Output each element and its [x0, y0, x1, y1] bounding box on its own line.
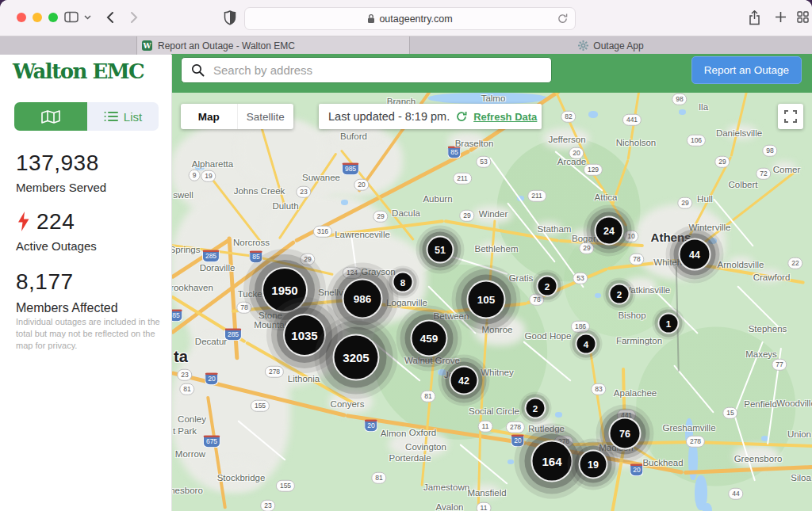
address-search-box[interactable] [181, 57, 552, 83]
outage-cluster-marker[interactable]: 1950 [263, 269, 306, 311]
map-label: Stockbridge [217, 473, 266, 482]
refresh-data-link[interactable]: Refresh Data [473, 111, 537, 123]
outage-cluster-marker[interactable]: 2 [538, 277, 557, 296]
map-label: Doraville [200, 263, 236, 273]
outage-cluster-marker[interactable]: 986 [344, 280, 381, 318]
map-label: Braselton [455, 139, 494, 148]
road [489, 157, 584, 288]
outage-cluster-marker[interactable]: 2 [527, 399, 545, 418]
outage-cluster-marker[interactable]: 51 [428, 238, 453, 262]
outage-cluster-marker[interactable]: 1035 [285, 315, 324, 355]
back-icon[interactable] [106, 11, 114, 24]
route-shield: 98 [762, 145, 777, 157]
route-shield: 44 [728, 488, 743, 500]
lightning-icon [17, 211, 30, 235]
map-label: Ila [699, 102, 708, 112]
outage-cluster-marker[interactable]: 42 [451, 368, 477, 394]
outage-cluster-marker[interactable]: 3205 [335, 336, 378, 379]
route-shield: 98 [672, 93, 687, 105]
route-shield: 11 [477, 502, 492, 511]
road [589, 348, 607, 451]
route-shield: 23 [296, 186, 311, 198]
map-label: Comer [773, 165, 801, 174]
minimize-window-button[interactable] [33, 13, 42, 22]
map-label: Stone [259, 311, 282, 320]
url-field[interactable]: outageentry.com [244, 7, 576, 30]
map-label: Danielsville [716, 128, 762, 138]
route-shield: 20 [364, 419, 377, 432]
map-view-button[interactable] [14, 102, 87, 131]
route-shield: 81 [420, 391, 435, 402]
map-label: Athens [651, 231, 691, 244]
route-shield: 155 [276, 480, 295, 492]
route-shield: 77 [772, 359, 787, 371]
route-shield: 82 [561, 111, 576, 123]
chevron-down-icon[interactable] [84, 15, 91, 20]
outage-map[interactable]: 9192320316292912478232781558115523812953… [171, 93, 812, 511]
new-tab-icon[interactable] [775, 11, 787, 23]
water-body [679, 109, 686, 115]
refresh-icon [456, 111, 467, 122]
route-shield: 29 [677, 197, 692, 209]
sidebar-toggle-icon[interactable] [64, 11, 79, 23]
map-label: Woodville [776, 399, 812, 408]
route-shield: 29 [373, 211, 388, 223]
tab-report-an-outage[interactable]: W Report an Outage - Walton EMC [136, 36, 410, 55]
water-body [703, 503, 712, 511]
outage-cluster-marker[interactable]: 164 [533, 442, 572, 481]
route-shield: 29 [300, 254, 315, 265]
list-icon [104, 111, 118, 122]
road [627, 93, 641, 160]
search-input[interactable] [212, 63, 516, 78]
outage-cluster-marker[interactable]: 19 [580, 452, 607, 478]
map-label: Watkinsville [622, 285, 670, 295]
active-outages-value: 224 [36, 209, 75, 235]
share-icon[interactable] [749, 10, 760, 25]
close-window-button[interactable] [17, 13, 26, 22]
tab-overview-icon[interactable] [797, 11, 809, 23]
zoom-window-button[interactable] [48, 13, 58, 22]
outage-cluster-marker[interactable]: 105 [469, 282, 504, 318]
map-label: Crawford [753, 273, 791, 282]
members-served-label: Members Served [16, 181, 106, 194]
outage-cluster-marker[interactable]: 2 [611, 285, 629, 303]
route-shield: 22 [787, 257, 802, 269]
route-shield: 10 [623, 231, 638, 242]
reload-icon[interactable] [557, 13, 568, 26]
route-shield: 29 [579, 242, 594, 254]
outage-cluster-marker[interactable]: 24 [596, 218, 622, 244]
outage-cluster-marker[interactable]: 459 [412, 322, 446, 356]
map-label: Bethlehem [475, 244, 519, 254]
outage-cluster-marker[interactable]: 1 [660, 315, 678, 333]
map-label: Whitney [481, 368, 514, 377]
privacy-shield-icon[interactable] [224, 10, 236, 25]
fullscreen-button[interactable] [778, 104, 803, 129]
list-view-button[interactable]: List [87, 102, 159, 131]
outage-cluster-marker[interactable]: 4 [577, 335, 596, 353]
road [444, 254, 508, 275]
route-shield: 129 [584, 164, 603, 176]
outage-cluster-marker[interactable]: 8 [394, 273, 412, 292]
map-label: Decatur [195, 337, 227, 346]
route-shield: 15 [722, 407, 737, 419]
map-label: Norcross [233, 238, 270, 247]
forward-icon[interactable] [130, 11, 138, 24]
route-shield: 72 [756, 168, 771, 180]
map-type-map[interactable]: Map [181, 104, 237, 129]
members-served-value: 137,938 [16, 151, 99, 176]
report-outage-button[interactable]: Report an Outage [691, 56, 802, 84]
map-label: Jamestown [423, 482, 469, 492]
outage-cluster-marker[interactable]: 44 [680, 240, 710, 269]
map-label: Avalon [436, 502, 464, 511]
route-shield: 278 [686, 436, 705, 448]
route-shield: 23 [177, 369, 192, 381]
map-label: Colbert [728, 180, 757, 189]
route-shield: 106 [687, 135, 706, 147]
route-shield: 124 [343, 267, 362, 279]
map-type-satellite[interactable]: Satellite [237, 104, 294, 129]
tab-outage-app[interactable]: Outage App [410, 36, 812, 55]
privacy-disclaimer: Individual outages are included in the t… [16, 316, 163, 353]
last-updated-panel: Last updated - 8:19 pm. Refresh Data [319, 104, 542, 129]
outage-cluster-marker[interactable]: 76 [611, 419, 640, 448]
map-label: Loganville [386, 298, 427, 307]
